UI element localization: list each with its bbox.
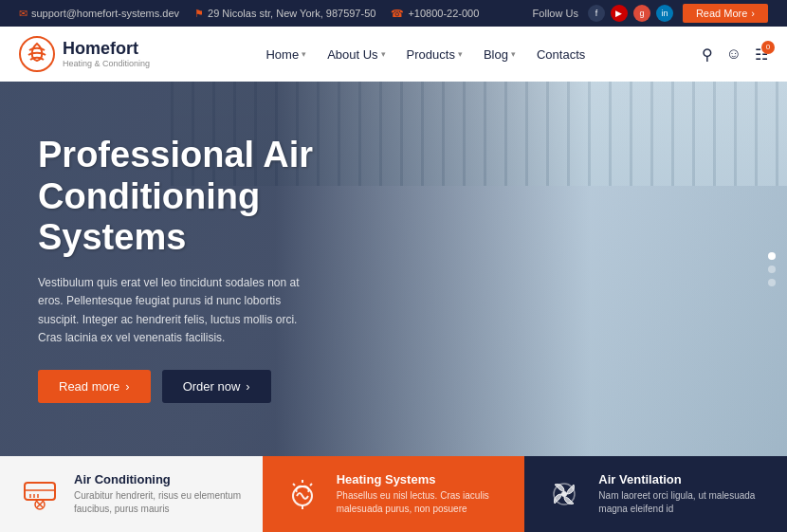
pin-icon: ⚑: [194, 8, 204, 20]
top-bar-contacts: ✉ support@homefort-systems.dev ⚑ 29 Nico…: [19, 8, 479, 20]
hero-description: Vestibulum quis erat vel leo tincidunt s…: [38, 274, 303, 347]
nav-contacts[interactable]: Contacts: [537, 47, 585, 62]
blog-arrow: ▾: [511, 49, 516, 59]
card-vent-desc: Nam laoreet orci ligula, ut malesuada ma…: [598, 489, 768, 516]
hero-title: Professional Air Conditioning Systems: [38, 135, 389, 259]
user-icon[interactable]: ☺: [726, 46, 741, 63]
phone-contact: ☎ +10800-22-000: [391, 8, 479, 20]
fan-icon-wrap: [543, 473, 585, 515]
dot-1[interactable]: [768, 252, 776, 260]
fan-icon: [545, 475, 583, 513]
nav-about[interactable]: About Us ▾: [327, 47, 385, 62]
address-contact: ⚑ 29 Nicolas str, New York, 987597-50: [194, 8, 375, 20]
card-ac-desc: Curabitur hendrerit, risus eu elementum …: [74, 489, 244, 516]
logo-text: Homefort Heating & Conditioning: [63, 40, 150, 68]
ac-icon: [21, 475, 59, 513]
top-bar: ✉ support@homefort-systems.dev ⚑ 29 Nico…: [0, 0, 787, 27]
hero-content: Professional Air Conditioning Systems Ve…: [0, 135, 427, 403]
logo-icon: [19, 36, 55, 72]
svg-point-14: [561, 491, 567, 497]
dot-3[interactable]: [768, 279, 776, 286]
about-arrow: ▾: [381, 49, 386, 59]
facebook-icon[interactable]: f: [588, 5, 605, 22]
card-vent-title: Air Ventilation: [598, 472, 768, 486]
feature-cards: Air Conditioning Curabitur hendrerit, ri…: [0, 456, 787, 532]
arrow-icon: ›: [246, 379, 249, 394]
youtube-icon[interactable]: ▶: [611, 5, 628, 22]
nav-home[interactable]: Home ▾: [265, 47, 306, 62]
nav-links: Home ▾ About Us ▾ Products ▾ Blog ▾ Cont…: [265, 47, 585, 62]
home-arrow: ▾: [302, 49, 306, 59]
card-heat-title: Heating Systems: [337, 472, 506, 486]
hero-pagination: [768, 252, 776, 286]
card-heat-desc: Phasellus eu nisl lectus. Cras iaculis m…: [337, 489, 506, 516]
email-icon: ✉: [19, 8, 27, 20]
card-vent-text: Air Ventilation Nam laoreet orci ligula,…: [598, 472, 768, 516]
card-heating: Heating Systems Phasellus eu nisl lectus…: [263, 456, 525, 532]
card-air-conditioning: Air Conditioning Curabitur hendrerit, ri…: [0, 456, 263, 532]
cart-icon[interactable]: ☷ 0: [755, 46, 768, 64]
navbar: Homefort Heating & Conditioning Home ▾ A…: [0, 27, 787, 82]
hero-section: Professional Air Conditioning Systems Ve…: [0, 82, 787, 456]
google-icon[interactable]: g: [633, 5, 650, 22]
follow-label: Follow Us: [533, 8, 578, 19]
cart-badge: 0: [761, 41, 775, 54]
arrow-icon: ›: [751, 8, 755, 19]
svg-line-12: [293, 484, 295, 486]
heat-icon-wrap: [282, 473, 323, 515]
card-ac-text: Air Conditioning Curabitur hendrerit, ri…: [74, 472, 244, 516]
arrow-icon: ›: [125, 379, 129, 394]
products-arrow: ▾: [458, 49, 463, 59]
logo[interactable]: Homefort Heating & Conditioning: [19, 36, 150, 72]
nav-blog[interactable]: Blog ▾: [484, 47, 516, 62]
card-ac-title: Air Conditioning: [74, 472, 244, 486]
nav-actions: ⚲ ☺ ☷ 0: [702, 46, 768, 64]
read-more-hero-button[interactable]: Read more ›: [38, 370, 151, 403]
social-icons: f ▶ g in: [588, 5, 673, 22]
search-icon[interactable]: ⚲: [702, 46, 713, 64]
email-contact: ✉ support@homefort-systems.dev: [19, 8, 179, 20]
hero-buttons: Read more › Order now ›: [38, 370, 389, 403]
card-ventilation: Air Ventilation Nam laoreet orci ligula,…: [524, 456, 787, 532]
dot-2[interactable]: [768, 266, 776, 273]
read-more-button[interactable]: Read More ›: [683, 4, 768, 23]
nav-products[interactable]: Products ▾: [407, 47, 463, 62]
ac-icon-wrap: [19, 473, 61, 515]
svg-line-11: [310, 484, 312, 486]
svg-point-0: [20, 37, 54, 71]
heat-icon: [284, 475, 321, 513]
card-heat-text: Heating Systems Phasellus eu nisl lectus…: [337, 472, 506, 516]
svg-rect-1: [25, 483, 55, 500]
linkedin-icon[interactable]: in: [656, 5, 673, 22]
phone-icon: ☎: [391, 8, 404, 20]
top-bar-social: Follow Us f ▶ g in Read More ›: [533, 4, 768, 23]
order-now-button[interactable]: Order now ›: [162, 370, 271, 403]
